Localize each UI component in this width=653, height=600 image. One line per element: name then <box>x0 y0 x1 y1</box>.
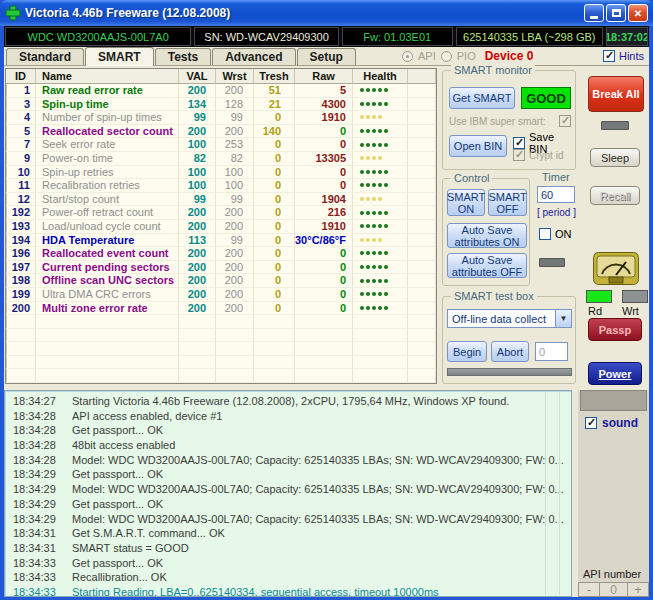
smart-test-box-title: SMART test box <box>451 290 537 302</box>
table-row[interactable]: 194HDA Temperature11399030°C/86°F <box>6 234 436 248</box>
attr-id: 198 <box>6 274 36 288</box>
health-dot <box>372 115 376 119</box>
tab-tests[interactable]: Tests <box>155 48 211 65</box>
power-button[interactable]: Power <box>588 362 642 385</box>
begin-button[interactable]: Begin <box>447 341 487 362</box>
table-row[interactable]: 1Raw read error rate200200515 <box>6 84 436 98</box>
table-row[interactable]: 5Reallocated sector count2002001400 <box>6 125 436 139</box>
chevron-down-icon[interactable]: ▼ <box>555 310 571 327</box>
table-row[interactable]: 4Number of spin-up times999901910 <box>6 111 436 125</box>
health-dot <box>360 129 364 133</box>
health-dot <box>372 211 376 215</box>
log-text: Model: WDC WD3200AAJS-00L7A0; Capacity: … <box>63 512 564 527</box>
tab-smart[interactable]: SMART <box>85 47 154 66</box>
sound-checkbox[interactable] <box>585 417 597 429</box>
health-dot <box>360 238 364 242</box>
tab-setup[interactable]: Setup <box>297 48 356 65</box>
table-row[interactable]: 196Reallocated event count20020000 <box>6 247 436 261</box>
title-bar[interactable]: Victoria 4.46b Freeware (12.08.2008) ✕ <box>0 0 653 26</box>
tab-advanced[interactable]: Advanced <box>212 48 295 65</box>
table-row[interactable]: 193Load/unload cycle count20020001910 <box>6 220 436 234</box>
log-line: 18:34:29Get passport... OK <box>5 497 571 512</box>
log-line: 18:34:29Model: WDC WD3200AAJS-00L7A0; Ca… <box>5 512 571 527</box>
attr-wrst: 200 <box>216 125 254 139</box>
attr-id: 1 <box>6 84 36 98</box>
pio-radio-label: PIO <box>457 50 476 62</box>
close-button[interactable]: ✕ <box>628 4 648 22</box>
maximize-button[interactable] <box>606 4 626 22</box>
attr-tresh: 0 <box>254 193 295 207</box>
get-smart-button[interactable]: Get SMART <box>449 87 515 109</box>
attr-tresh: 0 <box>254 247 295 261</box>
table-row[interactable]: 11Recalibration retries10010000 <box>6 179 436 193</box>
log-line: 18:34:33Starting Reading, LBA=0..6251403… <box>5 585 571 597</box>
timer-period-input[interactable] <box>537 186 575 203</box>
smart-monitor-title: SMART monitor <box>451 64 535 76</box>
table-row[interactable]: 12Start/stop count999901904 <box>6 193 436 207</box>
test-counter-input[interactable] <box>535 342 568 361</box>
health-dot <box>366 211 370 215</box>
timer-on-checkbox[interactable] <box>539 228 551 240</box>
health-dot <box>360 156 364 160</box>
abort-button[interactable]: Abort <box>491 341 529 362</box>
attr-wrst: 99 <box>216 111 254 125</box>
attr-health <box>353 234 408 248</box>
log-line: 18:34:31SMART status = GOOD <box>5 541 571 556</box>
column-header-val: VAL <box>179 69 216 84</box>
log-text: Starting Reading, LBA=0..625140334, sequ… <box>63 585 439 597</box>
table-row[interactable]: 10Spin-up retries10010000 <box>6 166 436 180</box>
break-all-button[interactable]: Break All <box>588 76 644 112</box>
health-dot <box>378 88 382 92</box>
log-column-divider-2 <box>559 392 560 595</box>
attr-health <box>353 247 408 261</box>
health-dot <box>366 143 370 147</box>
write-led <box>622 290 648 303</box>
hints-checkbox[interactable] <box>603 50 615 62</box>
open-bin-button[interactable]: Open BIN <box>449 135 507 157</box>
empty-row <box>6 315 436 329</box>
health-dot <box>378 143 382 147</box>
recall-button[interactable]: Recall <box>590 186 640 205</box>
autosave-off-button[interactable]: Auto Save attributes OFF <box>447 253 527 278</box>
health-dot <box>378 224 382 228</box>
minimize-button[interactable] <box>584 4 604 22</box>
attr-raw: 1904 <box>295 193 353 207</box>
attr-wrst: 200 <box>216 274 254 288</box>
attr-health <box>353 166 408 180</box>
health-dot <box>378 102 382 106</box>
attr-name: Spin-up time <box>36 98 179 112</box>
smart-test-select[interactable]: Off-line data collect ▼ <box>447 309 572 328</box>
crypt-id-label: Crypt id <box>529 150 563 161</box>
table-row[interactable]: 200Multi zone error rate20020000 <box>6 302 436 316</box>
table-row[interactable]: 192Power-off retract count2002000216 <box>6 206 436 220</box>
tab-standard[interactable]: Standard <box>6 48 84 65</box>
use-ibm-label: Use IBM super smart: <box>449 116 555 127</box>
empty-row <box>6 342 436 356</box>
log-time: 18:34:29 <box>5 467 63 482</box>
table-row[interactable]: 9Power-on time8282013305 <box>6 152 436 166</box>
log-text: API access enabled, device #1 <box>63 409 222 424</box>
smart-off-button[interactable]: SMART OFF <box>488 189 527 216</box>
passport-button[interactable]: Passp <box>588 318 642 341</box>
attr-raw: 13305 <box>295 152 353 166</box>
health-dot <box>366 102 370 106</box>
health-dot <box>366 292 370 296</box>
health-dot <box>360 88 364 92</box>
smart-on-button[interactable]: SMART ON <box>447 189 485 216</box>
empty-row <box>6 329 436 343</box>
table-row[interactable]: 3Spin-up time134128214300 <box>6 98 436 112</box>
api-number-decrement-button[interactable]: - <box>578 582 600 597</box>
table-row[interactable]: 7Seek error rate10025300 <box>6 138 436 152</box>
autosave-on-button[interactable]: Auto Save attributes ON <box>447 223 527 248</box>
health-dot <box>372 238 376 242</box>
attr-wrst: 82 <box>216 152 254 166</box>
table-row[interactable]: 197Current pending sectors20020000 <box>6 261 436 275</box>
log-text: Recallibration... OK <box>63 570 167 585</box>
timer-on-label: ON <box>555 228 572 240</box>
health-dot <box>384 211 388 215</box>
table-row[interactable]: 199Ultra DMA CRC errors20020000 <box>6 288 436 302</box>
sleep-button[interactable]: Sleep <box>590 148 640 167</box>
table-row[interactable]: 198Offline scan UNC sectors20020000 <box>6 274 436 288</box>
api-number-increment-button[interactable]: + <box>627 582 649 597</box>
health-dot <box>384 265 388 269</box>
